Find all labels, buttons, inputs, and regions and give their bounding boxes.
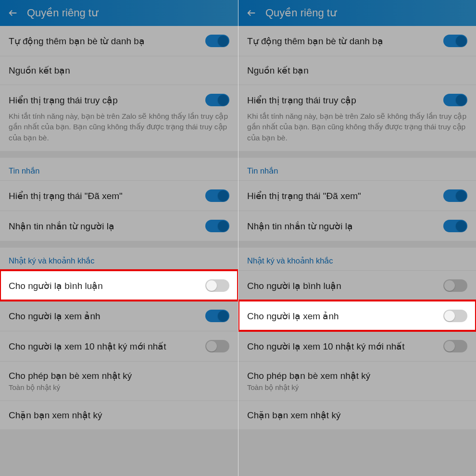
access-description: Khi tắt tính năng này, bạn bè trên Zalo …	[238, 109, 476, 151]
label-stranger-comment: Cho người lạ bình luận	[9, 280, 103, 291]
toggle-seen-status[interactable]	[205, 189, 229, 202]
left-pane: Quyền riêng tư Tự động thêm bạn bè từ da…	[0, 0, 238, 476]
row-auto-add[interactable]: Tự động thêm bạn bè từ danh bạ	[0, 26, 238, 56]
label-friends-diary-sub: Toàn bộ nhật ký	[9, 383, 60, 392]
row-stranger-10[interactable]: Cho người lạ xem 10 nhật ký mới nhất	[238, 331, 476, 361]
row-show-access[interactable]: Hiển thị trạng thái truy cập	[238, 85, 476, 109]
toggle-stranger-msg[interactable]	[205, 220, 229, 232]
label-stranger-10: Cho người lạ xem 10 nhật ký mới nhất	[247, 341, 405, 352]
label-block-diary: Chặn bạn xem nhật ký	[9, 410, 102, 421]
toggle-stranger-10[interactable]	[443, 340, 467, 352]
label-block-diary: Chặn bạn xem nhật ký	[247, 410, 340, 421]
section-messages: Tin nhắn	[0, 158, 238, 180]
section-messages: Tin nhắn	[238, 158, 476, 180]
toggle-seen-status[interactable]	[443, 189, 467, 202]
row-block-diary[interactable]: Chặn bạn xem nhật ký	[238, 401, 476, 429]
label-friend-source: Nguồn kết bạn	[9, 65, 70, 76]
right-pane: Quyền riêng tư Tự động thêm bạn bè từ da…	[238, 0, 476, 476]
label-seen-status: Hiển thị trạng thái "Đã xem"	[247, 190, 361, 201]
label-friend-source: Nguồn kết bạn	[247, 65, 309, 76]
header-title: Quyền riêng tư	[265, 7, 337, 19]
label-friends-diary: Cho phép bạn bè xem nhật ký	[247, 370, 370, 381]
header-bar: Quyền riêng tư	[238, 0, 476, 26]
section-diary: Nhật ký và khoảnh khắc	[238, 248, 476, 270]
label-stranger-photo: Cho người lạ xem ảnh	[9, 311, 100, 322]
toggle-show-access[interactable]	[443, 94, 467, 106]
row-friend-source[interactable]: Nguồn kết bạn	[0, 56, 238, 85]
toggle-auto-add[interactable]	[443, 35, 467, 47]
label-stranger-photo: Cho người lạ xem ảnh	[247, 311, 339, 322]
row-block-diary[interactable]: Chặn bạn xem nhật ký	[0, 401, 238, 429]
row-auto-add[interactable]: Tự động thêm bạn bè từ danh bạ	[238, 26, 476, 56]
row-show-access[interactable]: Hiển thị trạng thái truy cập	[0, 85, 238, 109]
row-friend-source[interactable]: Nguồn kết bạn	[238, 56, 476, 85]
section-diary: Nhật ký và khoảnh khắc	[0, 248, 238, 270]
toggle-stranger-photo[interactable]	[443, 310, 467, 322]
label-stranger-comment: Cho người lạ bình luận	[247, 280, 341, 291]
row-stranger-photo[interactable]: Cho người lạ xem ảnh	[0, 301, 238, 331]
toggle-stranger-10[interactable]	[205, 340, 229, 352]
row-stranger-photo[interactable]: Cho người lạ xem ảnh	[238, 301, 476, 331]
row-friends-diary[interactable]: Cho phép bạn bè xem nhật ký Toàn bộ nhật…	[238, 361, 476, 401]
header-bar: Quyền riêng tư	[0, 0, 238, 26]
label-auto-add: Tự động thêm bạn bè từ danh bạ	[9, 36, 145, 47]
row-friends-diary[interactable]: Cho phép bạn bè xem nhật ký Toàn bộ nhật…	[0, 361, 238, 401]
label-show-access: Hiển thị trạng thái truy cập	[9, 95, 118, 106]
label-show-access: Hiển thị trạng thái truy cập	[247, 95, 356, 106]
row-stranger-comment[interactable]: Cho người lạ bình luận	[0, 270, 238, 301]
toggle-stranger-msg[interactable]	[443, 220, 467, 232]
label-seen-status: Hiển thị trạng thái "Đã xem"	[9, 190, 123, 201]
back-icon[interactable]	[8, 8, 18, 18]
row-seen-status[interactable]: Hiển thị trạng thái "Đã xem"	[0, 180, 238, 211]
row-stranger-msg[interactable]: Nhận tin nhắn từ người lạ	[0, 211, 238, 241]
header-title: Quyền riêng tư	[27, 7, 98, 19]
row-stranger-msg[interactable]: Nhận tin nhắn từ người lạ	[238, 211, 476, 241]
row-stranger-10[interactable]: Cho người lạ xem 10 nhật ký mới nhất	[0, 331, 238, 361]
label-stranger-msg: Nhận tin nhắn từ người lạ	[247, 221, 353, 232]
row-seen-status[interactable]: Hiển thị trạng thái "Đã xem"	[238, 180, 476, 211]
toggle-show-access[interactable]	[205, 94, 229, 106]
toggle-stranger-photo[interactable]	[205, 310, 229, 322]
back-icon[interactable]	[246, 8, 257, 18]
toggle-stranger-comment[interactable]	[443, 279, 467, 292]
row-stranger-comment[interactable]: Cho người lạ bình luận	[238, 270, 476, 301]
toggle-auto-add[interactable]	[205, 35, 229, 47]
label-stranger-10: Cho người lạ xem 10 nhật ký mới nhất	[9, 341, 166, 352]
label-stranger-msg: Nhận tin nhắn từ người lạ	[9, 221, 114, 232]
label-auto-add: Tự động thêm bạn bè từ danh bạ	[247, 36, 383, 47]
access-description: Khi tắt tính năng này, bạn bè trên Zalo …	[0, 109, 238, 151]
label-friends-diary: Cho phép bạn bè xem nhật ký	[9, 370, 132, 381]
toggle-stranger-comment[interactable]	[205, 279, 229, 292]
label-friends-diary-sub: Toàn bộ nhật ký	[247, 383, 299, 392]
